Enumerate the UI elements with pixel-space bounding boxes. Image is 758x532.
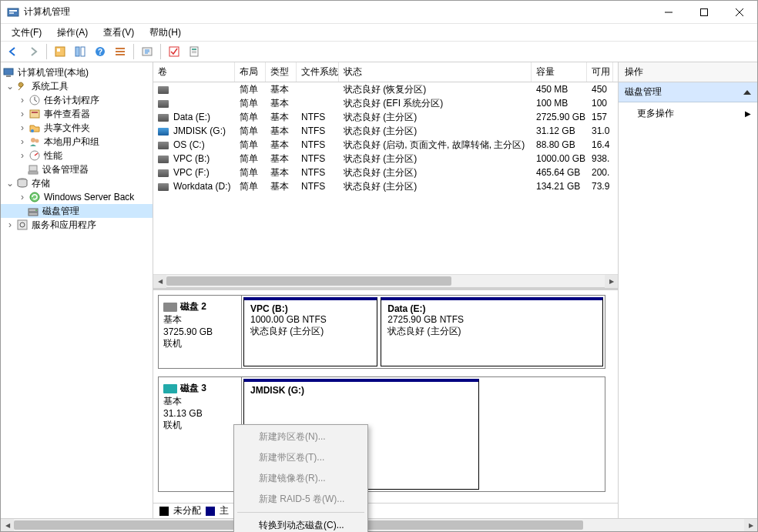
menu-help[interactable]: 帮助(H) (143, 25, 187, 41)
col-layout[interactable]: 布局 (235, 62, 266, 82)
tb-help-button[interactable]: ? (91, 42, 109, 61)
tb-refresh-button[interactable] (138, 42, 156, 61)
tb-check-button[interactable] (165, 42, 183, 61)
menu-action[interactable]: 操作(A) (51, 25, 94, 41)
svg-rect-38 (18, 220, 27, 229)
minimize-button[interactable] (651, 1, 686, 23)
tree-event-viewer[interactable]: › 事件查看器 (1, 107, 153, 121)
disk-size: 31.13 GB (163, 408, 236, 419)
tree-panel[interactable]: 计算机管理(本地) ⌄ 系统工具 › 任务计划程序 › 事件查看器 (1, 62, 153, 518)
maximize-button[interactable] (686, 1, 722, 23)
tree-label: 磁盘管理 (42, 205, 79, 218)
vol-status: 状态良好 (主分区) (339, 125, 532, 138)
expand-icon[interactable]: › (18, 109, 27, 119)
svg-rect-2 (9, 12, 14, 14)
volume-row[interactable]: OS (C:)简单基本NTFS状态良好 (启动, 页面文件, 故障转储, 主分区… (153, 138, 618, 152)
close-button[interactable] (722, 1, 757, 23)
bottom-hscroll[interactable]: ◀ ▶ (1, 518, 757, 531)
volume-row[interactable]: Workdata (D:)简单基本NTFS状态良好 (主分区)134.21 GB… (153, 179, 618, 193)
tree-services[interactable]: › 服务和应用程序 (1, 218, 153, 232)
tree-device-manager[interactable]: 设备管理器 (1, 162, 153, 176)
tb-scope-button[interactable] (51, 42, 69, 61)
svg-rect-31 (29, 166, 37, 171)
partition-vpc-b[interactable]: VPC (B:) 1000.00 GB NTFS 状态良好 (主分区) (243, 297, 377, 366)
tree-disk-mgmt[interactable]: 磁盘管理 (1, 204, 153, 218)
center-panel: 卷 布局 类型 文件系统 状态 容量 可用 简单基本状态良好 (恢复分区)450… (153, 62, 619, 518)
arrow-right-icon: ▶ (745, 109, 751, 118)
window-controls (651, 1, 757, 23)
collapse-icon[interactable]: ⌄ (5, 82, 15, 91)
disk-row-2[interactable]: 磁盘 2 基本 3725.90 GB 联机 VPC (B:) 1000.00 G… (158, 295, 605, 369)
action-more[interactable]: 更多操作 ▶ (619, 102, 757, 125)
expand-icon[interactable]: › (5, 220, 15, 229)
tree-system-tools[interactable]: ⌄ 系统工具 (1, 79, 153, 93)
tree-wsb[interactable]: › Windows Server Back (1, 190, 153, 204)
disk-icon (163, 384, 177, 393)
menu-file[interactable]: 文件(F) (5, 25, 48, 41)
volume-row[interactable]: VPC (F:)简单基本NTFS状态良好 (主分区)465.64 GB200. (153, 166, 618, 179)
volume-row[interactable]: Data (E:)简单基本NTFS状态良好 (主分区)2725.90 GB157 (153, 110, 618, 124)
menu-view[interactable]: 查看(V) (97, 25, 140, 41)
ctx-new-spanned[interactable]: 新建跨区卷(N)... (236, 427, 366, 447)
tree-shared-folders[interactable]: › 共享文件夹 (1, 121, 153, 135)
computer-icon (2, 66, 15, 79)
col-volume[interactable]: 卷 (153, 62, 235, 82)
disk-info[interactable]: 磁盘 2 基本 3725.90 GB 联机 (159, 296, 242, 368)
drive-icon (158, 169, 169, 177)
expand-icon[interactable]: › (18, 192, 27, 202)
ctx-new-mirror[interactable]: 新建镜像卷(R)... (236, 468, 366, 489)
drive-icon (158, 183, 169, 191)
ctx-convert-dynamic[interactable]: 转换到动态磁盘(C)... (236, 515, 366, 532)
svg-rect-8 (57, 49, 60, 52)
col-status[interactable]: 状态 (339, 62, 532, 82)
partition-data-e[interactable]: Data (E:) 2725.90 GB NTFS 状态良好 (主分区) (381, 297, 603, 366)
col-capacity[interactable]: 容量 (532, 62, 587, 82)
ctx-new-striped[interactable]: 新建带区卷(T)... (236, 447, 366, 468)
scroll-left-icon[interactable]: ◀ (153, 275, 166, 288)
vol-layout: 简单 (235, 139, 266, 152)
scroll-left-icon[interactable]: ◀ (1, 519, 14, 532)
tb-props-button[interactable] (185, 42, 203, 61)
disk-type: 基本 (163, 313, 236, 326)
perf-icon (29, 149, 41, 162)
tb-list-button[interactable] (111, 42, 129, 61)
expand-icon[interactable]: › (18, 95, 27, 105)
disk-row-3[interactable]: 磁盘 3 基本 31.13 GB 联机 JMDISK (G:) (158, 376, 605, 492)
col-fs[interactable]: 文件系统 (297, 62, 339, 82)
tree-root[interactable]: 计算机管理(本地) (1, 65, 153, 79)
volume-row[interactable]: 简单基本状态良好 (EFI 系统分区)100 MB100 (153, 96, 618, 110)
tree-label: 共享文件夹 (44, 122, 90, 135)
actions-section[interactable]: 磁盘管理 (619, 82, 757, 102)
volume-row[interactable]: VPC (B:)简单基本NTFS状态良好 (主分区)1000.00 GB938. (153, 152, 618, 166)
toolbar: ? (1, 41, 757, 62)
tree-local-users[interactable]: › 本地用户和组 (1, 135, 153, 149)
expand-icon[interactable]: › (18, 151, 27, 160)
scroll-right-icon[interactable]: ▶ (744, 519, 757, 532)
tree-label: 本地用户和组 (44, 136, 99, 149)
scroll-right-icon[interactable]: ▶ (605, 275, 618, 288)
forward-button[interactable] (24, 42, 42, 61)
ctx-new-raid5[interactable]: 新建 RAID-5 卷(W)... (236, 489, 366, 510)
tree-performance[interactable]: › 性能 (1, 149, 153, 162)
svg-rect-15 (116, 54, 125, 55)
collapse-icon[interactable]: ⌄ (5, 179, 15, 188)
vol-type: 基本 (266, 139, 297, 152)
scroll-track[interactable] (14, 519, 744, 531)
vol-hscroll[interactable]: ◀ ▶ (153, 274, 618, 287)
expand-icon[interactable]: › (18, 123, 27, 132)
volume-row[interactable]: JMDISK (G:)简单基本NTFS状态良好 (主分区)31.12 GB31.… (153, 124, 618, 138)
back-button[interactable] (4, 42, 22, 61)
window-title: 计算机管理 (24, 5, 651, 18)
svg-rect-13 (116, 48, 125, 49)
tb-view-button[interactable] (71, 42, 89, 61)
col-type[interactable]: 类型 (266, 62, 297, 82)
tree-task-scheduler[interactable]: › 任务计划程序 (1, 93, 153, 107)
expand-icon[interactable]: › (18, 137, 27, 146)
svg-point-29 (35, 139, 39, 143)
disk-info[interactable]: 磁盘 3 基本 31.13 GB 联机 (159, 377, 242, 491)
scroll-track[interactable] (166, 275, 605, 287)
col-free[interactable]: 可用 (587, 62, 613, 82)
tree-storage[interactable]: ⌄ 存储 (1, 176, 153, 190)
volume-row[interactable]: 简单基本状态良好 (恢复分区)450 MB450 (153, 82, 618, 96)
volume-body[interactable]: 简单基本状态良好 (恢复分区)450 MB450简单基本状态良好 (EFI 系统… (153, 82, 618, 274)
